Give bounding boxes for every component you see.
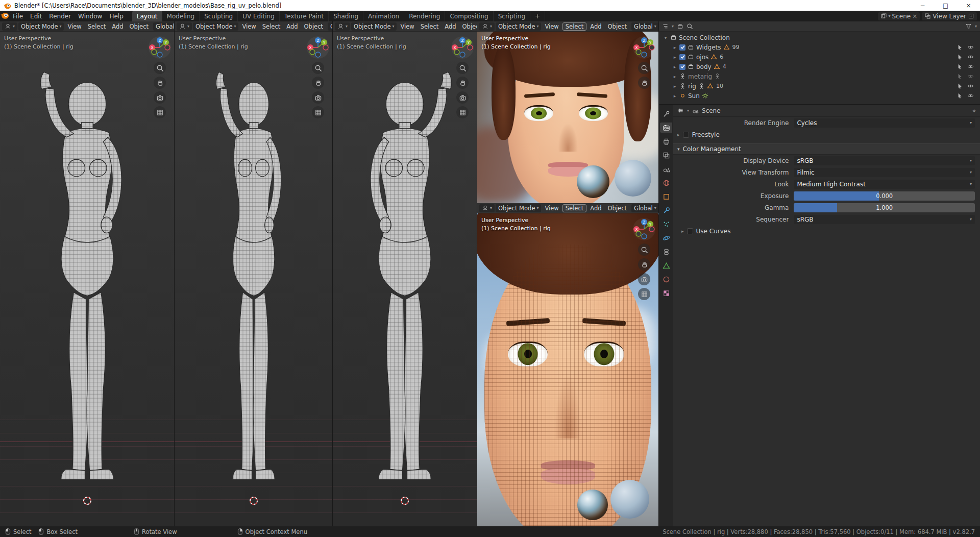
tab-sculpting[interactable]: Sculpting xyxy=(200,11,238,21)
pin-icon[interactable]: ⌖ xyxy=(972,107,976,114)
tab-world[interactable] xyxy=(660,178,672,188)
orientation-dropdown[interactable]: Global▾ xyxy=(153,22,174,31)
tab-scene[interactable] xyxy=(660,164,672,174)
outliner-row-scene-collection[interactable]: ▾ Scene Collection xyxy=(659,33,980,42)
axis-gizmo[interactable] xyxy=(306,36,330,59)
sequencer-dropdown[interactable]: sRGB▾ xyxy=(794,215,975,224)
menu-window[interactable]: Window xyxy=(75,11,106,21)
menu-edit[interactable]: Edit xyxy=(27,11,45,21)
zoom-icon[interactable] xyxy=(456,62,469,74)
tab-rendering[interactable]: Rendering xyxy=(404,11,445,21)
axis-gizmo[interactable] xyxy=(632,36,656,59)
gamma-slider[interactable]: 1.000 xyxy=(794,203,975,212)
mode-dropdown[interactable]: Object Mode▾ xyxy=(18,22,64,31)
hide-eye-icon[interactable] xyxy=(967,73,974,80)
collection-checkbox[interactable] xyxy=(679,64,685,70)
zoom-icon[interactable] xyxy=(638,243,650,256)
mode-dropdown[interactable]: Object Mode▾ xyxy=(496,22,541,31)
tab-compositing[interactable]: Compositing xyxy=(445,11,493,21)
menu-render[interactable]: Render xyxy=(45,11,75,21)
outliner-row-sun[interactable]: ▸ Sun xyxy=(659,91,980,101)
wireframe-figure[interactable] xyxy=(2,66,173,511)
editor-type-button[interactable]: ▾ xyxy=(335,22,350,31)
add-menu[interactable]: Add xyxy=(587,23,604,30)
blender-menu-icon[interactable] xyxy=(0,11,9,21)
tab-tool[interactable] xyxy=(660,109,672,119)
ortho-toggle-icon[interactable] xyxy=(154,106,166,118)
view-menu[interactable]: View xyxy=(542,205,561,212)
tab-particles[interactable] xyxy=(660,219,672,229)
pan-hand-icon[interactable] xyxy=(456,77,469,89)
tab-modifiers[interactable] xyxy=(660,205,672,215)
tab-object-data[interactable] xyxy=(660,260,672,271)
viewport-back-canvas[interactable]: User Perspective (1) Scene Collection | … xyxy=(0,32,174,526)
tab-material[interactable] xyxy=(660,274,672,284)
zoom-icon[interactable] xyxy=(154,62,166,74)
tab-shading[interactable]: Shading xyxy=(329,11,363,21)
camera-view-icon[interactable] xyxy=(638,273,650,285)
view-layer-selector[interactable]: View Layer xyxy=(922,12,977,20)
display-device-dropdown[interactable]: sRGB▾ xyxy=(794,156,975,165)
expand-icon[interactable]: ▸ xyxy=(672,74,677,79)
ortho-toggle-icon[interactable] xyxy=(456,106,469,118)
viewport-render-canvas[interactable]: User Perspective (1) Scene Collection | … xyxy=(477,32,658,203)
viewport-front-canvas[interactable]: User Perspective (1) Scene Collection | … xyxy=(333,32,477,526)
axis-gizmo[interactable] xyxy=(632,217,656,241)
orientation-dropdown[interactable]: Global▾ xyxy=(631,22,658,31)
select-menu[interactable]: Select xyxy=(562,204,586,212)
tab-layout[interactable]: Layout xyxy=(132,11,162,21)
tab-scripting[interactable]: Scripting xyxy=(494,11,530,21)
viewport-side-canvas[interactable]: User Perspective (1) Scene Collection | … xyxy=(175,32,332,526)
mode-dropdown[interactable]: Object Mode▾ xyxy=(351,22,397,31)
search-icon[interactable] xyxy=(687,23,693,30)
outliner-row-rig[interactable]: ▸ rig 10 xyxy=(659,81,980,91)
hide-eye-icon[interactable] xyxy=(967,54,974,60)
view-menu[interactable]: View xyxy=(65,23,84,30)
view-menu[interactable]: View xyxy=(542,23,561,30)
tab-constraints[interactable] xyxy=(660,247,672,257)
axis-gizmo[interactable] xyxy=(148,36,172,59)
tab-modeling[interactable]: Modeling xyxy=(162,11,200,21)
expand-icon[interactable]: ▸ xyxy=(672,64,677,69)
object-menu[interactable]: Object xyxy=(127,23,151,30)
tab-render[interactable] xyxy=(660,123,672,133)
exposure-slider[interactable]: 0.000 xyxy=(794,191,975,201)
editor-type-button[interactable]: ▾ xyxy=(479,204,495,212)
tab-object[interactable] xyxy=(660,191,672,202)
menu-file[interactable]: File xyxy=(9,11,27,21)
select-menu[interactable]: Select xyxy=(85,23,108,30)
close-button[interactable]: × xyxy=(957,0,980,11)
menu-help[interactable]: Help xyxy=(106,11,127,21)
properties-editor-icon[interactable] xyxy=(677,107,684,114)
tab-uv-editing[interactable]: UV Editing xyxy=(238,11,280,21)
selectable-icon[interactable] xyxy=(957,92,963,99)
tab-output[interactable] xyxy=(660,136,672,147)
selectable-icon[interactable] xyxy=(957,54,963,60)
view-menu[interactable]: View xyxy=(239,23,258,30)
tab-physics[interactable] xyxy=(660,233,672,243)
expand-icon[interactable]: ▸ xyxy=(672,55,677,60)
pan-hand-icon[interactable] xyxy=(154,77,166,89)
camera-view-icon[interactable] xyxy=(456,91,469,104)
pan-hand-icon[interactable] xyxy=(312,77,324,89)
tab-view-layer[interactable] xyxy=(660,150,672,160)
pan-hand-icon[interactable] xyxy=(638,258,650,271)
outliner-row-widgets[interactable]: ▸ Widgets 99 xyxy=(659,42,980,52)
expand-icon[interactable]: ▸ xyxy=(677,132,680,137)
view-menu[interactable]: View xyxy=(398,23,416,30)
zoom-icon[interactable] xyxy=(638,62,650,74)
hide-eye-icon[interactable] xyxy=(967,83,974,89)
display-mode-icon[interactable] xyxy=(677,23,683,30)
select-menu[interactable]: Select xyxy=(260,23,283,30)
tab-texture[interactable] xyxy=(660,288,672,298)
selectable-icon[interactable] xyxy=(957,63,963,70)
viewport-wire-canvas[interactable]: User Perspective (1) Scene Collection | … xyxy=(477,213,658,526)
collection-checkbox[interactable] xyxy=(679,44,685,51)
camera-view-icon[interactable] xyxy=(154,91,166,104)
wireframe-figure[interactable] xyxy=(333,66,477,511)
expand-icon[interactable]: ▸ xyxy=(672,45,677,50)
outliner-row-body[interactable]: ▸ body 4 xyxy=(659,62,980,71)
outliner-editor-icon[interactable] xyxy=(662,23,669,30)
add-menu[interactable]: Add xyxy=(109,23,126,30)
color-management-panel-header[interactable]: ▾ Color Management xyxy=(673,143,980,155)
